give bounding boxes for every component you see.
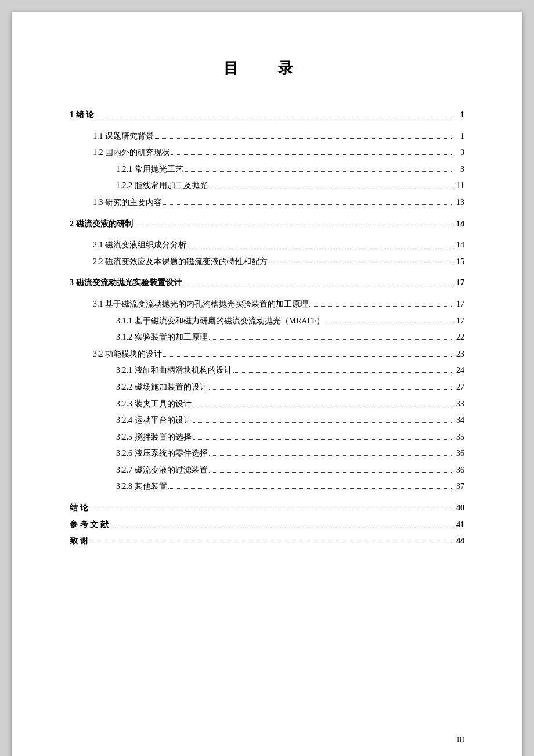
toc-label-3.2.4: 3.2.4 运动平台的设计 [116,413,192,429]
toc-entry-1.3: 1.3 研究的主要内容13 [70,195,464,211]
toc-page-3.1.2: 22 [453,330,464,345]
toc-page-3.2.2: 27 [453,380,464,395]
toc-label-2: 2 磁流变液的研制 [70,217,133,232]
toc-page-conclusion: 40 [453,501,464,516]
toc-dots-3.1 [309,306,452,307]
toc-dots-3.1.2 [209,339,452,340]
toc-entry-3.2.7: 3.2.7 磁流变液的过滤装置36 [70,463,464,478]
toc-page-3.2.7: 36 [453,463,464,478]
toc-dots-1.2 [171,154,452,155]
toc-label-1.2: 1.2 国内外的研究现状 [93,145,170,161]
toc-label-1: 1 绪 论 [70,107,94,123]
toc-label-1.1: 1.1 课题研究背景 [93,129,154,145]
toc-entry-1: 1 绪 论1 [70,107,464,123]
toc-label-2.2: 2.2 磁流变效应及本课题的磁流变液的特性和配方 [93,254,268,270]
toc-dots-3.2.3 [193,406,452,406]
toc-dots-1 [95,117,452,117]
page-title: 目 录 [70,58,464,78]
toc-page-3: 17 [453,275,464,291]
toc-entry-2.1: 2.1 磁流变液组织成分分析14 [70,237,464,253]
toc-entry-3.2.2: 3.2.2 磁场施加装置的设计27 [70,380,464,395]
toc-dots-2.1 [187,247,452,247]
toc-label-3: 3 磁流变流动抛光实验装置设计 [70,275,182,291]
toc-page-1: 1 [453,107,464,123]
toc-container: 1 绪 论11.1 课题研究背景11.2 国内外的研究现状31.2.1 常用抛光… [70,107,464,549]
toc-dots-3.1.1 [326,323,452,323]
toc-label-acknowledgement: 致 谢 [70,534,88,549]
toc-dots-references [110,527,452,527]
toc-label-3.2.1: 3.2.1 液缸和曲柄滑块机构的设计 [116,363,232,379]
toc-page-1.1: 1 [453,129,464,145]
toc-page-2: 14 [453,217,464,232]
toc-entry-3.2.3: 3.2.3 装夹工具的设计33 [70,397,464,412]
toc-dots-3.2.6 [209,455,452,456]
toc-page-3.1.1: 17 [453,314,464,329]
toc-page-3.1: 17 [453,297,464,312]
toc-dots-3.2.2 [209,389,452,390]
toc-page-1.3: 13 [453,195,464,211]
toc-page-acknowledgement: 44 [453,534,464,549]
toc-dots-1.2.1 [185,171,452,172]
toc-dots-1.3 [163,204,452,205]
toc-entry-1.2.2: 1.2.2 膛线常用加工及抛光11 [70,178,464,194]
toc-entry-conclusion: 结 论40 [70,501,464,516]
toc-dots-3.2.5 [193,439,452,440]
toc-entry-1.2: 1.2 国内外的研究现状3 [70,145,464,161]
toc-entry-2.2: 2.2 磁流变效应及本课题的磁流变液的特性和配方15 [70,254,464,270]
toc-dots-1.2.2 [209,188,452,188]
toc-entry-3.1.1: 3.1.1 基于磁流变和磁力研磨的磁流变流动抛光（MRAFF）17 [70,314,464,329]
toc-page-3.2.3: 33 [453,397,464,412]
toc-label-3.2: 3.2 功能模块的设计 [93,347,162,362]
toc-entry-2: 2 磁流变液的研制14 [70,217,464,232]
toc-entry-3.2.8: 3.2.8 其他装置37 [70,479,464,495]
toc-entry-3: 3 磁流变流动抛光实验装置设计17 [70,275,464,291]
toc-entry-3.1: 3.1 基于磁流变流动抛光的内孔沟槽抛光实验装置的加工原理17 [70,297,464,312]
toc-entry-acknowledgement: 致 谢44 [70,534,464,549]
toc-entry-3.2.1: 3.2.1 液缸和曲柄滑块机构的设计24 [70,363,464,379]
toc-dots-3.2.7 [209,472,452,473]
toc-label-1.3: 1.3 研究的主要内容 [93,195,162,211]
toc-page-2.2: 15 [453,254,464,270]
toc-dots-2.2 [269,264,452,264]
toc-dots-3.2.8 [168,488,452,489]
toc-page-2.1: 14 [453,237,464,253]
toc-entry-3.2.6: 3.2.6 液压系统的零件选择36 [70,446,464,462]
toc-dots-3.2.1 [233,372,452,373]
toc-label-3.2.5: 3.2.5 搅拌装置的选择 [116,430,192,445]
toc-dots-3 [183,285,452,285]
toc-label-3.2.3: 3.2.3 装夹工具的设计 [116,397,192,412]
toc-entry-3.2: 3.2 功能模块的设计23 [70,347,464,362]
toc-label-3.1.1: 3.1.1 基于磁流变和磁力研磨的磁流变流动抛光（MRAFF） [116,314,324,329]
toc-label-3.2.7: 3.2.7 磁流变液的过滤装置 [116,463,208,478]
toc-label-2.1: 2.1 磁流变液组织成分分析 [93,237,186,253]
document-page: 目 录 1 绪 论11.1 课题研究背景11.2 国内外的研究现状31.2.1 … [12,12,522,756]
toc-label-3.2.8: 3.2.8 其他装置 [116,479,167,495]
toc-dots-acknowledgement [89,543,452,543]
toc-page-1.2.2: 11 [453,178,464,194]
toc-entry-3.2.5: 3.2.5 搅拌装置的选择35 [70,430,464,445]
page-footer: III [457,735,464,744]
toc-page-3.2.6: 36 [453,446,464,462]
toc-entry-3.2.4: 3.2.4 运动平台的设计34 [70,413,464,429]
toc-label-references: 参 考 文 献 [70,517,109,533]
toc-dots-3.2.4 [193,422,452,423]
toc-dots-3.2 [163,356,452,357]
toc-label-conclusion: 结 论 [70,501,88,516]
toc-dots-1.1 [155,138,452,139]
toc-label-1.2.2: 1.2.2 膛线常用加工及抛光 [116,178,208,194]
toc-entry-1.1: 1.1 课题研究背景1 [70,129,464,145]
toc-dots-conclusion [89,510,452,510]
toc-page-3.2.1: 24 [453,363,464,379]
toc-dots-2 [134,226,452,226]
toc-label-1.2.1: 1.2.1 常用抛光工艺 [116,162,183,178]
toc-label-3.1: 3.1 基于磁流变流动抛光的内孔沟槽抛光实验装置的加工原理 [93,297,308,312]
toc-entry-3.1.2: 3.1.2 实验装置的加工原理22 [70,330,464,345]
toc-page-3.2.5: 35 [453,430,464,445]
toc-entry-1.2.1: 1.2.1 常用抛光工艺3 [70,162,464,178]
toc-label-3.2.6: 3.2.6 液压系统的零件选择 [116,446,208,462]
toc-page-1.2.1: 3 [453,162,464,178]
toc-page-references: 41 [453,517,464,533]
toc-label-3.2.2: 3.2.2 磁场施加装置的设计 [116,380,208,395]
toc-label-3.1.2: 3.1.2 实验装置的加工原理 [116,330,208,345]
toc-page-3.2.4: 34 [453,413,464,429]
